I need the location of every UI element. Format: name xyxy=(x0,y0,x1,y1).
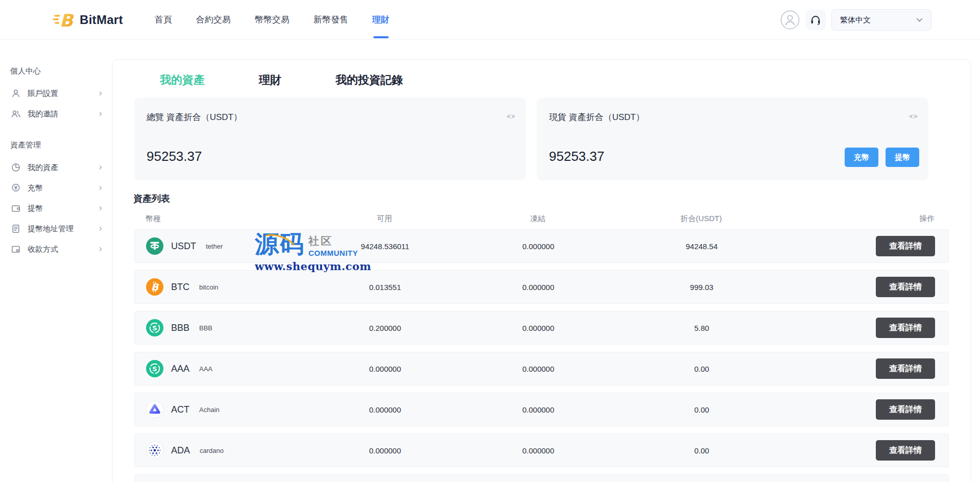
spot-card-actions: 充幣 提幣 xyxy=(845,148,919,167)
asset-tabs: 我的資產理財我的投資記錄 xyxy=(113,60,970,88)
tab-active[interactable]: 我的資產 xyxy=(160,73,205,88)
green-s-coin-icon: S xyxy=(146,319,163,336)
summary-cards: 總覽 資產折合（USDT） 95253.37 現貨 資產折合（USDT） xyxy=(134,98,949,180)
sidebar-item-label: 提幣 xyxy=(28,204,98,213)
usdt-coin-icon xyxy=(146,237,163,255)
view-details-button[interactable]: 查看詳情 xyxy=(876,358,935,379)
available-cell: 0.000000 xyxy=(308,365,462,373)
svg-text:S: S xyxy=(152,365,157,373)
coin-symbol: BBB xyxy=(171,323,189,333)
available-cell: 0.013551 xyxy=(308,283,462,292)
language-value: 繁体中文 xyxy=(840,15,871,25)
column-header: 可用 xyxy=(308,214,461,224)
chevron-right-icon xyxy=(98,111,104,117)
column-header: 幣種 xyxy=(134,214,308,224)
overview-card-label: 總覽 資產折合（USDT） xyxy=(147,111,242,123)
sidebar-item-label: 收款方式 xyxy=(28,245,98,254)
usdt-value-cell: 0.00 xyxy=(615,405,788,414)
chevron-right-icon xyxy=(98,246,104,252)
table-row: ACTAchain0.0000000.0000000.00查看詳情 xyxy=(134,393,949,426)
sidebar-item-label: 我的資產 xyxy=(28,163,98,173)
asset-list-title: 資產列表 xyxy=(133,192,970,204)
sidebar-section-title: 資產管理 xyxy=(10,137,112,153)
top-header: B BitMart 首頁合約交易幣幣交易新幣發售理財 xyxy=(0,0,980,40)
chevron-down-icon xyxy=(916,18,923,22)
column-header: 折合(USDT) xyxy=(614,214,788,224)
coin-symbol: AAA xyxy=(171,364,189,374)
payment-method-icon xyxy=(11,244,21,254)
pie-chart-icon xyxy=(11,162,21,173)
sidebar-item[interactable]: 賬戶設置 xyxy=(0,83,112,104)
coin-name: cardano xyxy=(200,447,224,454)
support-headset-icon[interactable] xyxy=(805,10,826,30)
deposit-icon xyxy=(11,183,21,193)
usdt-value-cell: 0.00 xyxy=(615,446,788,455)
view-details-button[interactable]: 查看詳情 xyxy=(876,277,935,297)
spot-card-value: 95253.37 xyxy=(549,149,604,164)
tab-item[interactable]: 我的投資記錄 xyxy=(336,73,403,88)
view-details-button[interactable]: 查看詳情 xyxy=(876,236,935,256)
page: B BitMart 首頁合約交易幣幣交易新幣發售理財 xyxy=(0,0,980,482)
coin-name: AAA xyxy=(199,365,212,373)
header-right: 繁体中文 xyxy=(780,0,931,40)
eye-toggle-icon[interactable] xyxy=(909,113,918,120)
frozen-cell: 0.000000 xyxy=(462,405,615,414)
brand-name: BitMart xyxy=(80,13,123,27)
coin-name: Achain xyxy=(199,406,220,414)
chevron-right-icon xyxy=(98,90,104,97)
tab-item[interactable]: 理財 xyxy=(259,73,281,88)
avatar-icon[interactable] xyxy=(780,10,800,30)
view-details-button[interactable]: 查看詳情 xyxy=(876,318,935,338)
frozen-cell: 0.000000 xyxy=(462,242,615,251)
sidebar-item-label: 我的邀請 xyxy=(28,109,98,119)
language-selector[interactable]: 繁体中文 xyxy=(831,9,931,31)
view-details-button[interactable]: 查看詳情 xyxy=(876,399,935,420)
sidebar-item[interactable]: 提幣 xyxy=(0,198,112,219)
spot-card-label: 現貨 資產折合（USDT） xyxy=(549,111,644,123)
view-details-button[interactable]: 查看詳情 xyxy=(876,440,935,461)
svg-text:S: S xyxy=(152,324,157,332)
sidebar-item[interactable]: 充幣 xyxy=(0,178,112,198)
main-nav: 首頁合約交易幣幣交易新幣發售理財 xyxy=(155,0,390,40)
btc-coin-icon: B xyxy=(146,278,163,296)
nav-item[interactable]: 幣幣交易 xyxy=(255,0,290,40)
nav-item[interactable]: 新幣發售 xyxy=(314,0,348,40)
usdt-value-cell: 0.00 xyxy=(615,365,788,373)
main-panel: 我的資產理財我的投資記錄 總覽 資產折合（USDT） 95253.37 現貨 資… xyxy=(112,59,971,482)
table-header: 幣種可用凍結折合(USDT)操作 xyxy=(134,210,949,227)
available-cell: 0.200000 xyxy=(308,324,462,332)
usdt-value-cell: 999.03 xyxy=(615,283,788,292)
coin-name: tether xyxy=(206,243,223,250)
nav-item[interactable]: 理財 xyxy=(372,0,390,40)
frozen-cell: 0.000000 xyxy=(462,283,615,292)
sidebar-item[interactable]: 我的資產 xyxy=(0,157,112,178)
coin-symbol: ADA xyxy=(171,445,190,456)
bitmart-logo-icon: B xyxy=(53,8,75,32)
sidebar-section-title: 個人中心 xyxy=(10,63,112,79)
achain-coin-icon xyxy=(146,401,163,418)
overview-card: 總覽 資產折合（USDT） 95253.37 xyxy=(134,98,526,180)
nav-item[interactable]: 合約交易 xyxy=(196,0,231,40)
sidebar-item-label: 提幣地址管理 xyxy=(28,224,98,234)
sidebar: 個人中心賬戶設置我的邀請資產管理我的資產充幣提幣提幣地址管理收款方式 xyxy=(0,40,112,482)
chevron-right-icon xyxy=(98,185,104,191)
sidebar-item-label: 賬戶設置 xyxy=(28,89,98,99)
withdraw-button[interactable]: 提幣 xyxy=(886,148,919,167)
column-header: 凍結 xyxy=(461,214,614,224)
usdt-value-cell: 5.80 xyxy=(615,324,788,332)
frozen-cell: 0.000000 xyxy=(462,324,615,332)
sidebar-item[interactable]: 提幣地址管理 xyxy=(0,219,112,239)
sidebar-item[interactable]: 我的邀請 xyxy=(0,104,112,124)
available-cell: 0.000000 xyxy=(308,446,462,455)
green-s-coin-icon: S xyxy=(146,360,163,377)
asset-table-body: USDTtether94248.5360110.00000094248.54查看… xyxy=(134,229,949,482)
wallet-icon xyxy=(11,203,21,213)
eye-toggle-icon[interactable] xyxy=(506,113,516,120)
deposit-button[interactable]: 充幣 xyxy=(845,148,878,167)
table-row: USDTtether94248.5360110.00000094248.54查看… xyxy=(134,229,949,263)
user-icon xyxy=(11,88,21,99)
table-row: SAAAAAA0.0000000.0000000.00查看詳情 xyxy=(134,352,949,385)
brand-logo[interactable]: B BitMart xyxy=(53,8,123,32)
nav-item[interactable]: 首頁 xyxy=(155,0,172,40)
sidebar-item[interactable]: 收款方式 xyxy=(0,239,112,259)
